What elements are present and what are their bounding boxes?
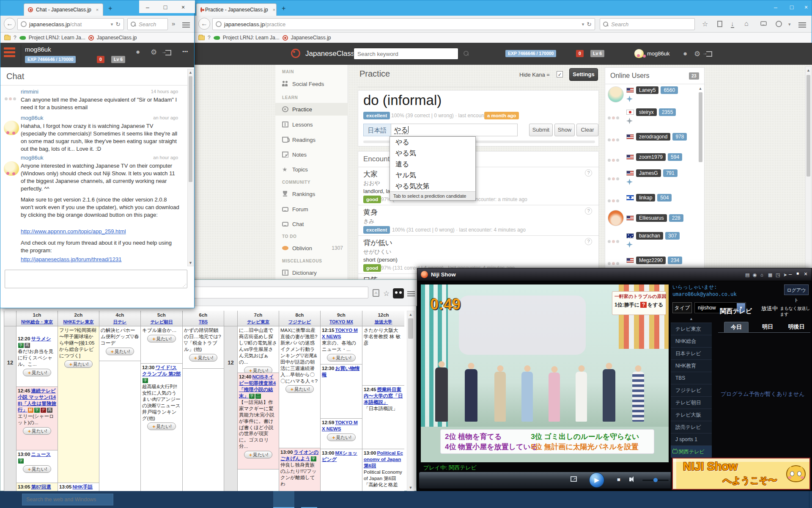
taskbar-search-input[interactable] (22, 494, 113, 505)
maximize-button[interactable]: □ (158, 2, 173, 13)
online-user-row[interactable]: linkap504 (608, 191, 699, 204)
menu-button[interactable] (182, 21, 191, 29)
url-bar[interactable]: japaneseclass.jp/chat ▾ ↻ (17, 18, 124, 30)
program-cell[interactable]: キブル連合か…＋見たい! (141, 326, 182, 364)
clipboard-icon[interactable] (717, 21, 722, 27)
tab-close-icon[interactable]: × (273, 7, 275, 12)
close-button[interactable]: × (798, 2, 812, 13)
scroll-up-icon[interactable]: ▲ (698, 86, 702, 91)
gear-icon[interactable]: ⚙ (151, 48, 157, 57)
help-icon[interactable]: ? (585, 238, 592, 245)
message-link[interactable]: http://www.appnnn.com/topic/app_259.html (21, 228, 126, 235)
comment-icon[interactable]: ◉ (753, 272, 757, 278)
program-cell[interactable]: 13:00ライオンのごきげんよう字仲良し独身貴族のふたり!!▽フックンが離婚して… (279, 448, 320, 491)
new-tab-button[interactable]: + (282, 5, 285, 12)
channel-item[interactable]: 読売テレビ (671, 421, 712, 433)
home-icon[interactable]: ⌂ (760, 272, 763, 277)
reload-icon[interactable]: ↻ (587, 21, 592, 28)
scroll-up-icon[interactable]: ▲ (407, 312, 414, 317)
browser-search-box[interactable]: Search (127, 18, 168, 30)
channel-item[interactable]: TBS (671, 372, 712, 384)
reload-icon[interactable]: ↻ (115, 21, 121, 28)
channel-item[interactable]: J sports 1 (671, 433, 712, 445)
chat-bubble-icon[interactable] (760, 21, 767, 26)
stop-button[interactable]: ■ (617, 476, 620, 483)
bookmark-lrnj[interactable]: Project LRNJ: Learn Ja... (223, 35, 280, 41)
logout-icon[interactable] (706, 51, 712, 57)
show-desktop-button[interactable] (809, 491, 812, 508)
message-author[interactable]: mog86uk (21, 115, 43, 121)
channel-item[interactable]: フジテレビ (671, 384, 712, 396)
ime-candidate[interactable]: やる気 (390, 148, 475, 159)
scrollbar-thumb[interactable] (189, 76, 192, 182)
ime-candidate[interactable]: やる気次第 (390, 181, 475, 192)
folder-icon[interactable] (4, 36, 11, 40)
app-menu-icon[interactable] (4, 46, 15, 59)
program-cell[interactable]: の解決ヒバホーム便利グッズ▽春コーデ＋見たい! (99, 326, 140, 361)
volume-icon[interactable] (629, 478, 631, 481)
folder-icon[interactable] (198, 36, 205, 40)
page-scrollbar[interactable]: ▲ (805, 66, 812, 295)
scrollbar-thumb[interactable] (408, 318, 413, 339)
channel-link[interactable]: 放送大学 (375, 319, 392, 324)
program-cell[interactable]: 13:00ニュース字＋見たい! (16, 450, 58, 483)
play-button[interactable]: ▶ (589, 472, 604, 488)
practice-titlebar[interactable]: Practice - JapaneseClass.jp × + – □ × (195, 0, 812, 16)
online-user-row[interactable]: steiryx2355 (608, 108, 699, 126)
sidebar-item-readings[interactable]: Readings (275, 133, 348, 146)
gear-icon[interactable]: ⚙ (694, 50, 700, 58)
minimize-button[interactable]: – (768, 2, 783, 13)
tab-today[interactable]: 今日 (724, 322, 749, 332)
close-button[interactable]: × (804, 271, 807, 277)
want-button[interactable]: ＋見たい! (106, 348, 134, 355)
bookmark-lrnj[interactable]: Project LRNJ: Learn Ja... (29, 35, 85, 41)
want-button[interactable]: ＋見たい! (23, 427, 52, 435)
want-button[interactable]: ＋見たい! (64, 360, 93, 368)
tab-practice[interactable]: Practice - JapaneseClass.jp × (196, 3, 277, 16)
online-user-row[interactable]: Elliesuarus228 (608, 210, 699, 226)
video-player[interactable]: 0:49 一軒家のトラブルの原因 1位:勝手に?をする 2位 植物を育てる 3位… (421, 284, 669, 462)
channel-link[interactable]: NHKEテレ東京 (63, 319, 93, 324)
status-circle-icon[interactable]: ● (136, 48, 140, 56)
channel-item[interactable]: NHK教育 (671, 359, 712, 372)
channel-link[interactable]: TOKYO MX (329, 319, 353, 324)
url-bar[interactable]: japaneseclass.jp/practice ▾ ↻ (212, 18, 595, 30)
online-user-row[interactable]: JamesG791 (608, 169, 699, 187)
sidebar-item-social-feeds[interactable]: Social Feeds (275, 77, 348, 90)
show-button[interactable]: Show (554, 124, 575, 136)
program-cell[interactable]: 13:05NHK手話 (58, 483, 99, 491)
resize-grip-icon[interactable]: ⋰ (183, 283, 186, 287)
avatar[interactable] (4, 161, 19, 176)
maximize-button[interactable]: ■ (796, 271, 799, 276)
pin-icon[interactable]: ➤ (783, 272, 787, 278)
grid-icon[interactable]: ▦ (768, 272, 772, 278)
minimize-button[interactable]: – (140, 2, 155, 13)
chat-scrollbar[interactable]: ▲ ▼ (187, 69, 194, 266)
sidebar-item-topics[interactable]: ★Topics (275, 163, 348, 176)
program-cell[interactable]: フリー?松岡英樹 〜甲子園球場から中継〜[後1:05から総合テレビにつづく]＋見… (58, 326, 99, 483)
new-tab-button[interactable]: + (108, 5, 112, 12)
ime-candidate[interactable]: 遣る (390, 159, 475, 170)
download-icon[interactable]: ↓ (731, 20, 734, 28)
toolbar-caret-icon[interactable]: ▾ (788, 22, 791, 27)
users-scrollbar-thumb[interactable] (699, 92, 702, 162)
settings-button[interactable]: Settings (569, 68, 598, 81)
scrollbar-thumb[interactable] (807, 75, 810, 177)
maximize-button[interactable]: □ (784, 2, 799, 13)
overflow-chevrons[interactable]: » (172, 20, 175, 27)
bookmark-star-icon[interactable]: ☆ (702, 20, 708, 28)
close-button[interactable]: × (176, 2, 191, 13)
avatar[interactable] (4, 121, 19, 135)
scroll-down-icon[interactable]: ▼ (407, 486, 414, 490)
sidebar-item-oblivion[interactable]: Oblivion1307 (275, 242, 348, 254)
sidebar-item-notes[interactable]: Notes (275, 148, 348, 161)
chat-message-input[interactable]: ⋰ (5, 270, 187, 288)
program-cell[interactable]: 13:00Political Economy of Japan 第6回Polit… (362, 449, 404, 491)
want-button[interactable]: ＋見たい! (147, 335, 176, 342)
channel-item[interactable]: テレビ東京 (671, 323, 712, 335)
more-menu[interactable]: ... (182, 46, 188, 54)
ime-candidate[interactable]: やる (390, 137, 475, 148)
scroll-up-icon[interactable]: ▲ (806, 68, 811, 72)
want-button[interactable]: ＋見たい! (327, 433, 356, 441)
online-user-row[interactable]: barachan307 (608, 232, 699, 249)
